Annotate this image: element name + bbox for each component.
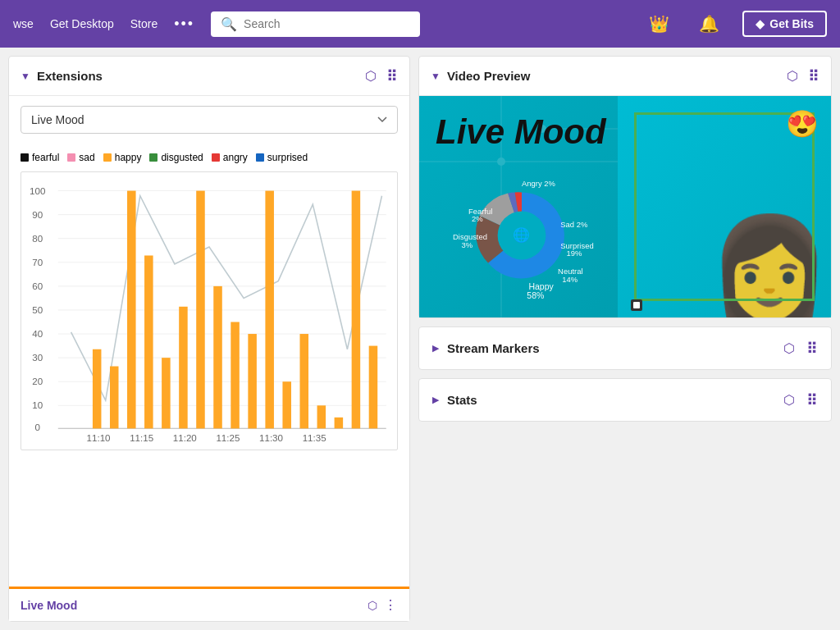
extension-footer: Live Mood ⬡ ⋮ — [9, 587, 409, 621]
svg-text:100: 100 — [30, 186, 45, 196]
svg-rect-29 — [179, 307, 188, 429]
record-indicator — [631, 299, 642, 311]
chart-legend: fearful sad happy disgusted angry — [21, 152, 398, 163]
svg-rect-32 — [231, 322, 240, 429]
stream-markers-title: Stream Markers — [447, 341, 772, 355]
stream-markers-expand-arrow[interactable]: ▶ — [432, 343, 439, 354]
svg-rect-30 — [196, 191, 205, 429]
svg-rect-25 — [110, 367, 119, 429]
svg-rect-33 — [248, 334, 257, 428]
svg-text:58%: 58% — [527, 290, 544, 300]
svg-text:70: 70 — [32, 258, 43, 267]
svg-text:Angry 2%: Angry 2% — [522, 179, 556, 188]
svg-rect-27 — [144, 255, 153, 428]
nav-item-store[interactable]: Store — [130, 17, 158, 30]
extensions-menu-icon[interactable]: ⠿ — [386, 67, 399, 85]
bar-chart-area: 100 90 80 70 60 50 40 30 20 10 0 — [21, 171, 398, 450]
svg-text:19%: 19% — [567, 249, 582, 258]
extensions-panel-title: Extensions — [37, 69, 355, 83]
bits-diamond-icon: ◆ — [756, 17, 765, 30]
extensions-popout-icon[interactable]: ⬡ — [362, 66, 380, 85]
extension-footer-popout-icon[interactable]: ⬡ — [368, 599, 377, 612]
get-bits-button[interactable]: ◆ Get Bits — [742, 11, 827, 37]
donut-svg: 🌐 Happy 58% Surprised 19% Neutral 14% Sa… — [436, 162, 608, 309]
svg-rect-26 — [127, 191, 136, 429]
svg-text:14%: 14% — [562, 275, 578, 284]
video-panel-title: Video Preview — [447, 69, 777, 83]
stats-title: Stats — [447, 393, 772, 407]
svg-text:Sad 2%: Sad 2% — [560, 220, 588, 229]
svg-rect-38 — [335, 418, 344, 429]
svg-rect-34 — [265, 191, 274, 429]
video-popout-icon[interactable]: ⬡ — [783, 66, 801, 85]
svg-rect-28 — [162, 358, 171, 428]
stream-markers-menu-icon[interactable]: ⠿ — [806, 340, 819, 358]
svg-text:90: 90 — [32, 210, 43, 220]
search-input[interactable] — [244, 17, 410, 30]
svg-text:3%: 3% — [462, 240, 473, 249]
notifications-icon[interactable]: 🔔 — [692, 11, 726, 37]
svg-rect-24 — [93, 349, 102, 429]
video-preview-area: Live Mood — [419, 96, 831, 317]
extension-selector-row: Live Mood — [9, 96, 409, 144]
svg-rect-37 — [317, 405, 326, 428]
svg-rect-40 — [369, 346, 378, 429]
stream-markers-popout-icon[interactable]: ⬡ — [780, 339, 798, 358]
svg-text:2%: 2% — [472, 214, 483, 223]
stats-panel: ▶ Stats ⬡ ⠿ — [418, 378, 832, 422]
nav-more-button[interactable]: ••• — [174, 16, 194, 33]
svg-text:50: 50 — [32, 305, 43, 315]
svg-text:60: 60 — [32, 281, 43, 291]
svg-rect-39 — [352, 191, 361, 429]
right-panel: ▼ Video Preview ⬡ ⠿ Live Mood — [418, 56, 832, 622]
stream-markers-header: ▶ Stream Markers ⬡ ⠿ — [419, 327, 831, 369]
legend-disgusted: disgusted — [149, 152, 203, 163]
video-panel-header: ▼ Video Preview ⬡ ⠿ — [419, 57, 831, 96]
crown-icon[interactable]: 👑 — [642, 11, 676, 37]
legend-fearful: fearful — [21, 152, 59, 163]
svg-text:11:10: 11:10 — [87, 433, 111, 443]
stats-expand-arrow[interactable]: ▶ — [432, 395, 439, 405]
nav-item-get-desktop[interactable]: Get Desktop — [50, 17, 114, 30]
main-content: ▼ Extensions ⬡ ⠿ Live Mood fearful sad — [0, 48, 840, 630]
legend-sad: sad — [67, 152, 94, 163]
donut-chart-overlay: 🌐 Happy 58% Surprised 19% Neutral 14% Sa… — [436, 162, 608, 309]
extension-footer-menu-icon[interactable]: ⋮ — [384, 597, 398, 613]
svg-text:🌐: 🌐 — [514, 226, 531, 244]
extensions-panel-header: ▼ Extensions ⬡ ⠿ — [9, 57, 409, 96]
stats-header: ▶ Stats ⬡ ⠿ — [419, 379, 831, 421]
mood-emoji-overlay: 😍 — [786, 108, 819, 139]
face-detection-box — [634, 112, 815, 301]
video-title-overlay: Live Mood — [436, 112, 606, 152]
top-navigation: wse Get Desktop Store ••• 🔍 👑 🔔 ◆ Get Bi… — [0, 0, 840, 48]
svg-text:11:15: 11:15 — [130, 433, 153, 443]
stats-popout-icon[interactable]: ⬡ — [780, 390, 798, 409]
nav-item-wse[interactable]: wse — [13, 17, 34, 30]
svg-rect-31 — [213, 286, 222, 428]
legend-angry: angry — [212, 152, 248, 163]
mood-chart-container: fearful sad happy disgusted angry — [9, 144, 409, 587]
extension-footer-title[interactable]: Live Mood — [21, 599, 368, 612]
svg-rect-36 — [300, 334, 309, 428]
extensions-panel: ▼ Extensions ⬡ ⠿ Live Mood fearful sad — [8, 56, 410, 622]
extensions-collapse-arrow[interactable]: ▼ — [21, 71, 30, 82]
svg-text:10: 10 — [32, 401, 43, 411]
video-collapse-arrow[interactable]: ▼ — [431, 71, 441, 82]
extension-dropdown[interactable]: Live Mood — [21, 106, 398, 134]
svg-text:40: 40 — [32, 329, 43, 339]
svg-text:80: 80 — [32, 234, 43, 244]
svg-text:11:30: 11:30 — [259, 433, 283, 443]
svg-text:11:35: 11:35 — [303, 433, 326, 443]
svg-text:11:25: 11:25 — [216, 433, 240, 443]
svg-text:20: 20 — [32, 377, 43, 386]
video-menu-icon[interactable]: ⠿ — [808, 67, 820, 85]
stats-menu-icon[interactable]: ⠿ — [806, 391, 819, 409]
svg-text:0: 0 — [34, 423, 39, 433]
svg-rect-35 — [282, 381, 291, 428]
search-icon: 🔍 — [221, 16, 237, 32]
svg-text:30: 30 — [32, 353, 43, 363]
legend-surprised: surprised — [256, 152, 308, 163]
video-preview-panel: ▼ Video Preview ⬡ ⠿ Live Mood — [418, 56, 832, 318]
legend-happy: happy — [103, 152, 142, 163]
svg-text:11:20: 11:20 — [173, 433, 197, 443]
